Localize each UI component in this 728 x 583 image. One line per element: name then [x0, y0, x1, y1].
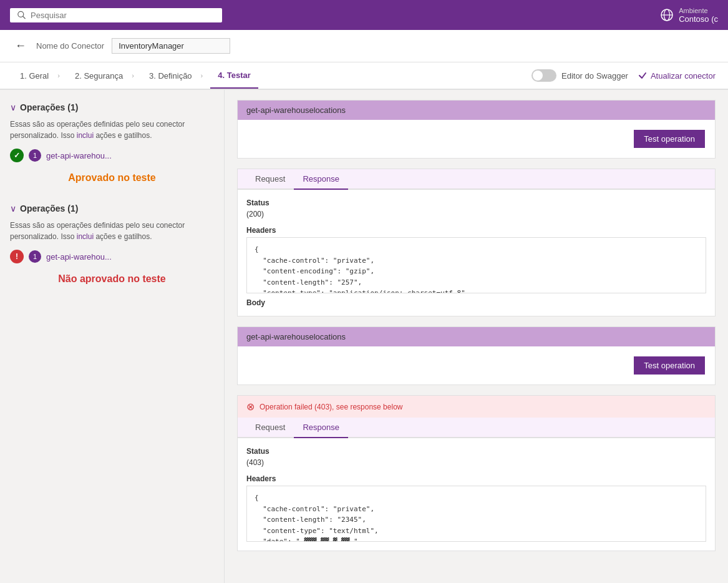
tab-response-1[interactable]: Response — [294, 169, 348, 190]
section-header-2: ∨ Operações (1) — [10, 203, 214, 213]
operations-section-2: ∨ Operações (1) Essas são as operações d… — [10, 203, 214, 285]
update-connector-button[interactable]: Atualizar conector — [638, 71, 716, 81]
headers-box-2[interactable]: { "cache-control": "private", "content-l… — [246, 486, 706, 542]
chevron-down-icon-2[interactable]: ∨ — [10, 203, 16, 213]
op-card-body-1: Test operation — [238, 120, 715, 158]
section-desc-link-1[interactable]: inclui — [77, 131, 94, 140]
response-content-2: Status (403) Headers { "cache-control": … — [238, 438, 715, 551]
op-number-1: 1 — [29, 149, 41, 162]
right-panel: get-api-warehouselocations Test operatio… — [225, 90, 728, 583]
response-content-1: Status (200) Headers { "cache-control": … — [238, 190, 715, 316]
status-value-2: (403) — [246, 458, 706, 467]
connector-label: Nome do Conector — [36, 41, 104, 51]
chevron-icon-1: › — [57, 72, 60, 79]
operation-item-2[interactable]: ! 1 get-api-warehou... — [10, 250, 214, 263]
section-desc-link-2[interactable]: inclui — [77, 232, 94, 241]
test-result-success: Aprovado no teste — [10, 172, 214, 184]
response-tabs-1: Request Response — [238, 169, 715, 190]
op-name-2[interactable]: get-api-warehou... — [46, 252, 112, 262]
op-card-2: get-api-warehouselocations Test operatio… — [237, 326, 716, 385]
headers-content-1: { "cache-control": "private", "content-e… — [255, 245, 469, 293]
left-panel: ∨ Operações (1) Essas são as operações d… — [0, 90, 225, 583]
steps-list: 1. Geral › 2. Segurança › 3. Definição ›… — [12, 62, 258, 89]
headers-box-1[interactable]: { "cache-control": "private", "content-e… — [246, 237, 706, 293]
search-box[interactable] — [10, 8, 222, 22]
section-desc-1: Essas são as operações definidas pelo se… — [10, 119, 214, 141]
main-content: ∨ Operações (1) Essas são as operações d… — [0, 90, 728, 583]
step-seguranca[interactable]: 2. Segurança › — [67, 62, 142, 89]
step-testar-label: 4. Testar — [218, 71, 251, 80]
chevron-icon-2: › — [132, 72, 134, 79]
tab-request-2[interactable]: Request — [246, 418, 294, 438]
op-status-success-icon: ✓ — [10, 149, 24, 162]
headers-content-2: { "cache-control": "private", "content-l… — [255, 494, 415, 542]
error-banner-text: Operation failed (403), see response bel… — [260, 403, 402, 411]
response-section-2: ⊗ Operation failed (403), see response b… — [237, 395, 716, 551]
env-name: Contoso (c — [679, 14, 718, 24]
section-header-1: ∨ Operações (1) — [10, 102, 214, 112]
step-geral-label: 1. Geral — [20, 71, 49, 81]
step-seguranca-label: 2. Segurança — [75, 71, 123, 81]
step-geral[interactable]: 1. Geral › — [12, 62, 67, 89]
op-card-body-2: Test operation — [238, 346, 715, 385]
status-label-1: Status — [246, 198, 706, 207]
back-button[interactable]: ← — [12, 37, 29, 55]
swagger-toggle-label: Editor do Swagger — [561, 71, 628, 81]
chevron-icon-3: › — [201, 72, 203, 79]
search-icon — [17, 11, 26, 19]
toggle-thumb — [533, 71, 543, 81]
globe-icon — [660, 8, 674, 22]
step-definicao-label: 3. Definição — [149, 71, 192, 81]
test-operation-button-2[interactable]: Test operation — [634, 356, 705, 375]
status-label-2: Status — [246, 447, 706, 456]
svg-line-1 — [23, 16, 26, 19]
response-tabs-2: Request Response — [238, 418, 715, 438]
error-banner: ⊗ Operation failed (403), see response b… — [238, 396, 715, 418]
chevron-down-icon-1[interactable]: ∨ — [10, 102, 16, 112]
test-operation-button-1[interactable]: Test operation — [634, 130, 705, 148]
op-name-1[interactable]: get-api-warehou... — [46, 151, 112, 160]
headers-label-1: Headers — [246, 226, 706, 235]
status-value-1: (200) — [246, 210, 706, 218]
swagger-toggle[interactable] — [531, 69, 556, 82]
test-result-fail: Não aprovado no teste — [10, 273, 214, 285]
tab-request-1[interactable]: Request — [246, 169, 294, 190]
env-label: Ambiente — [679, 7, 718, 14]
search-input[interactable] — [31, 11, 215, 20]
sub-header: ← Nome do Conector — [0, 30, 728, 62]
connector-name-input[interactable] — [112, 38, 230, 54]
op-number-2: 1 — [29, 250, 41, 263]
top-bar: Ambiente Contoso (c — [0, 0, 728, 30]
steps-nav: 1. Geral › 2. Segurança › 3. Definição ›… — [0, 62, 728, 90]
op-status-error-icon: ! — [10, 250, 24, 263]
operations-section-1: ∨ Operações (1) Essas são as operações d… — [10, 102, 214, 184]
body-label-1: Body — [246, 298, 706, 307]
section-title-2: Operações (1) — [20, 203, 78, 213]
step-testar[interactable]: 4. Testar — [210, 62, 258, 89]
top-right-area: Ambiente Contoso (c — [660, 7, 718, 24]
op-card-header-1: get-api-warehouselocations — [238, 100, 715, 120]
update-connector-label: Atualizar conector — [651, 71, 716, 81]
op-card-1: get-api-warehouselocations Test operatio… — [237, 100, 716, 159]
error-circle-icon: ⊗ — [246, 401, 255, 413]
swagger-toggle-wrapper[interactable]: Editor do Swagger — [531, 69, 628, 82]
tab-response-2[interactable]: Response — [294, 418, 348, 438]
response-section-1: Request Response Status (200) Headers { … — [237, 169, 716, 316]
steps-right: Editor do Swagger Atualizar conector — [531, 69, 716, 82]
headers-label-2: Headers — [246, 474, 706, 483]
checkmark-icon — [638, 71, 647, 80]
section-desc-2: Essas são as operações definidas pelo se… — [10, 220, 214, 242]
op-card-header-2: get-api-warehouselocations — [238, 327, 715, 346]
operation-item-1[interactable]: ✓ 1 get-api-warehou... — [10, 149, 214, 162]
section-title-1: Operações (1) — [20, 102, 78, 112]
env-info: Ambiente Contoso (c — [679, 7, 718, 24]
step-definicao[interactable]: 3. Definição › — [142, 62, 210, 89]
